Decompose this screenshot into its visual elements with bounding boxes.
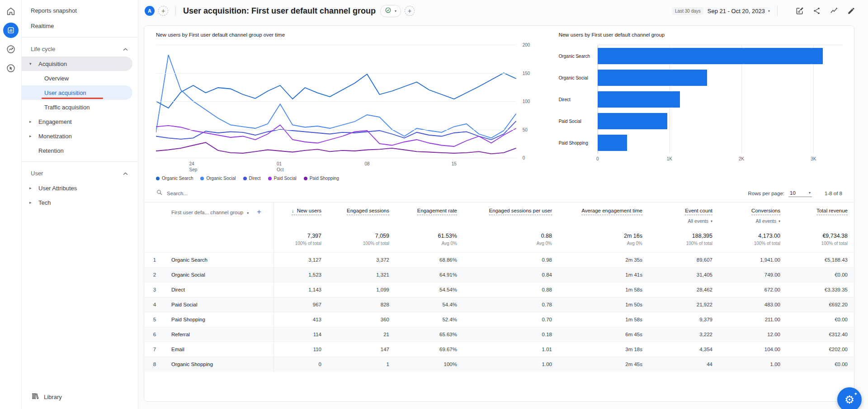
insights-icon[interactable] (826, 3, 842, 19)
column-header-average-engagement-time[interactable]: Average engagement time (558, 202, 649, 228)
column-header-label[interactable]: ↓ New users (292, 208, 321, 215)
sidebar-item-user-attributes[interactable]: ▸User Attributes (22, 181, 138, 195)
explore-icon[interactable] (3, 42, 19, 57)
sidebar-item-user[interactable]: User (22, 165, 138, 181)
chevron-down-icon: ▾ (395, 9, 396, 13)
table-row[interactable]: 4Paid Social96782854.4%0.781m 50s21,9224… (144, 297, 854, 312)
bar-chart-plot[interactable] (598, 45, 842, 154)
home-icon[interactable] (3, 4, 19, 19)
legend-label: Organic Social (206, 176, 236, 181)
column-header-engaged-sessions[interactable]: Engaged sessions (328, 202, 396, 228)
insights-fab[interactable]: ⚙ ✦ (837, 387, 862, 409)
table-row[interactable]: 8Organic Shopping01100%1.002m 45s441.00€… (144, 357, 854, 372)
sidebar-item-traffic-acquisition[interactable]: Traffic acquisition (22, 100, 138, 114)
table-row[interactable]: 5Paid Shopping41336052.4%0.701m 58s9,379… (144, 312, 854, 327)
channel-name: Direct (165, 282, 274, 297)
nav-list: Reports snapshotRealtimeLife cycle▾Acqui… (22, 3, 138, 385)
metric-value: 1,941.00 (719, 253, 787, 268)
sidebar-item-monetization[interactable]: ▸Monetization (22, 129, 138, 143)
metric-value: €692.20 (787, 297, 854, 312)
search-input[interactable] (167, 191, 311, 196)
metric-value: 1.00 (463, 357, 558, 372)
customize-report-icon[interactable] (792, 3, 807, 19)
bar-row (598, 67, 842, 89)
metric-value: 0.78 (463, 297, 558, 312)
column-header-label[interactable]: Engaged sessions (347, 208, 389, 215)
bar-row (598, 132, 842, 154)
reports-icon[interactable] (3, 23, 19, 38)
totals-cell: 4,173.00100% of total (719, 228, 787, 253)
y-tick-label: 50 (523, 127, 528, 132)
metric-value: 3,222 (649, 327, 719, 342)
metric-value: 64.91% (396, 268, 463, 282)
data-quality-badge[interactable]: ▾ (380, 5, 401, 17)
table-row[interactable]: 3Direct1,1431,09954.54%0.881m 58s28,4626… (144, 282, 854, 297)
header-divider (777, 6, 778, 16)
sidebar-item-reports-snapshot[interactable]: Reports snapshot (22, 3, 138, 18)
sidebar-item-tech[interactable]: ▸Tech (22, 195, 138, 210)
table-toolbar: Rows per page: 10 ▾ 1-8 of 8 (144, 183, 854, 202)
header-actions: Last 30 days Sep 21 - Oct 20, 2023 ▾ (672, 3, 859, 19)
expand-arrow-icon: ▸ (29, 186, 32, 190)
sidebar-item-retention[interactable]: Retention (22, 143, 138, 158)
totals-value: 0.88 (470, 233, 552, 239)
expand-arrow-icon: ▸ (29, 200, 32, 205)
table-row[interactable]: 6Referral1142165.63%0.186m 45s3,22212.00… (144, 327, 854, 342)
column-header-event-count[interactable]: Event countAll events▾ (649, 202, 719, 228)
table-row[interactable]: 7Email11014769.67%1.013m 18s4,354104.00€… (144, 342, 854, 357)
channel-name: Paid Shopping (165, 312, 274, 327)
sidebar-item-life-cycle[interactable]: Life cycle (22, 41, 138, 56)
sidebar-item-acquisition[interactable]: ▾Acquisition (22, 56, 132, 71)
series-organic-social (156, 55, 516, 138)
channel-name: Referral (165, 327, 274, 342)
dimension-column-header[interactable]: First user defa... channel group▾+ (165, 202, 274, 228)
column-header-label[interactable]: Conversions (751, 208, 780, 215)
column-header-engagement-rate[interactable]: Engagement rate (396, 202, 463, 228)
sidebar-item-library[interactable]: Library (22, 385, 138, 409)
column-header-new-users[interactable]: ↓ New users (274, 202, 328, 228)
totals-subtext: 100% of total (280, 241, 322, 246)
column-header-label[interactable]: Total revenue (816, 208, 848, 215)
nav-divider (22, 37, 138, 38)
column-header-label[interactable]: Event count (685, 208, 712, 215)
collapse-chevron-icon[interactable] (123, 170, 128, 177)
table-row[interactable]: 1Organic Search3,1273,37268.86%0.982m 35… (144, 253, 854, 268)
search-icon (156, 189, 163, 197)
column-header-label[interactable]: Engaged sessions per user (489, 208, 552, 215)
column-header-total-revenue[interactable]: Total revenue (787, 202, 854, 228)
share-icon[interactable] (809, 3, 825, 19)
totals-subtext: Avg 0% (470, 241, 552, 246)
totals-channel (165, 228, 274, 253)
rows-per-page-select[interactable]: 10 ▾ (788, 190, 812, 197)
column-header-conversions[interactable]: ConversionsAll events▾ (719, 202, 787, 228)
add-comparison-button[interactable]: + (158, 6, 168, 16)
column-header-label[interactable]: Average engagement time (581, 208, 642, 215)
sidebar-item-engagement[interactable]: ▸Engagement (22, 114, 138, 129)
column-header-engaged-sessions-per-user[interactable]: Engaged sessions per user (463, 202, 558, 228)
sidebar-item-overview[interactable]: Overview (22, 71, 138, 85)
bar-chart-category-labels: Organic SearchOrganic SocialDirectPaid S… (559, 45, 598, 163)
avatar[interactable]: A (145, 6, 155, 16)
sidebar-item-realtime[interactable]: Realtime (22, 18, 138, 33)
advertising-icon[interactable] (3, 61, 19, 76)
column-header-label[interactable]: Engagement rate (417, 208, 457, 215)
row-number-header (144, 202, 165, 228)
x-tick-line2: Oct (277, 167, 284, 173)
totals-cell: 61.53%Avg 0% (396, 228, 463, 253)
line-chart-plot[interactable] (156, 45, 516, 158)
metric-value: 1 (328, 357, 396, 372)
table-totals-row: 7,397100% of total7,059100% of total61.5… (144, 228, 854, 253)
metric-value: €3,339.35 (787, 282, 854, 297)
date-range-label: Sep 21 - Oct 20, 2023 (708, 8, 765, 14)
add-report-button[interactable]: + (405, 6, 415, 16)
collapse-chevron-icon[interactable] (123, 46, 128, 52)
metric-value: 413 (274, 312, 328, 327)
add-dimension-button[interactable]: + (257, 208, 261, 216)
column-filter[interactable]: All events▾ (725, 218, 780, 224)
sidebar-item-user-acquisition[interactable]: User acquisition (22, 85, 132, 100)
table-row[interactable]: 2Organic Social1,5231,32164.91%0.841m 41… (144, 268, 854, 282)
date-range-picker[interactable]: Sep 21 - Oct 20, 2023 ▾ (708, 8, 770, 14)
column-filter[interactable]: All events▾ (655, 218, 712, 224)
metric-value: 360 (328, 312, 396, 327)
edit-icon[interactable] (844, 3, 859, 19)
